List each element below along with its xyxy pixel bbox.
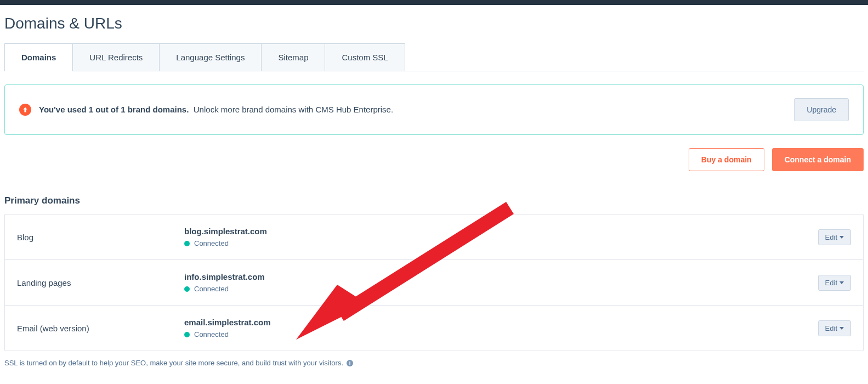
footnote-text: SSL is turned on by default to help your… xyxy=(4,359,343,367)
domain-status: Connected xyxy=(184,330,818,338)
status-text: Connected xyxy=(194,285,229,293)
notice-left: You've used 1 out of 1 brand domains. Un… xyxy=(19,104,393,116)
tab-sitemap[interactable]: Sitemap xyxy=(261,43,325,71)
edit-domain-button[interactable]: Edit xyxy=(818,275,851,291)
edit-label: Edit xyxy=(825,233,837,241)
status-dot-icon xyxy=(184,241,190,246)
tab-custom-ssl[interactable]: Custom SSL xyxy=(325,43,405,71)
domain-name: email.simplestrat.com xyxy=(184,318,818,327)
domain-status: Connected xyxy=(184,239,818,247)
edit-domain-button[interactable]: Edit xyxy=(818,320,851,336)
caret-down-icon xyxy=(839,236,844,239)
domain-row-email: Email (web version) email.simplestrat.co… xyxy=(5,306,863,351)
notice-sub-text: Unlock more brand domains with CMS Hub E… xyxy=(194,105,393,114)
buy-domain-button[interactable]: Buy a domain xyxy=(689,148,764,171)
status-dot-icon xyxy=(184,286,190,292)
primary-domains-heading: Primary domains xyxy=(4,195,864,206)
domain-type-label: Landing pages xyxy=(17,278,184,287)
domain-type-label: Blog xyxy=(17,233,184,242)
edit-domain-button[interactable]: Edit xyxy=(818,229,851,245)
status-text: Connected xyxy=(194,239,229,247)
tab-domains[interactable]: Domains xyxy=(4,43,73,71)
domain-row-blog: Blog blog.simplestrat.com Connected Edit xyxy=(5,214,863,260)
caret-down-icon xyxy=(839,327,844,330)
ssl-footnote: SSL is turned on by default to help your… xyxy=(4,359,864,367)
domain-info: info.simplestrat.com Connected xyxy=(184,272,818,293)
domain-name: info.simplestrat.com xyxy=(184,272,818,281)
domain-type-label: Email (web version) xyxy=(17,324,184,333)
edit-label: Edit xyxy=(825,324,837,332)
notice-text-wrap: You've used 1 out of 1 brand domains. Un… xyxy=(39,105,393,115)
tab-url-redirects[interactable]: URL Redirects xyxy=(72,43,160,71)
caret-down-icon xyxy=(839,281,844,284)
tab-language-settings[interactable]: Language Settings xyxy=(159,43,262,71)
tabs-bar: Domains URL Redirects Language Settings … xyxy=(4,43,864,71)
app-topbar xyxy=(0,0,868,5)
edit-label: Edit xyxy=(825,279,837,287)
notice-bold-text: You've used 1 out of 1 brand domains. xyxy=(39,105,189,114)
info-icon[interactable]: i xyxy=(347,360,353,366)
domain-status: Connected xyxy=(184,285,818,293)
domain-info: email.simplestrat.com Connected xyxy=(184,318,818,338)
domain-row-landing: Landing pages info.simplestrat.com Conne… xyxy=(5,260,863,306)
status-dot-icon xyxy=(184,332,190,337)
connect-domain-button[interactable]: Connect a domain xyxy=(772,148,864,171)
page-container: Domains & URLs Domains URL Redirects Lan… xyxy=(0,5,868,367)
domain-name: blog.simplestrat.com xyxy=(184,227,818,236)
upgrade-button[interactable]: Upgrade xyxy=(794,98,849,121)
primary-domains-list: Blog blog.simplestrat.com Connected Edit… xyxy=(4,214,864,351)
brand-domains-notice: You've used 1 out of 1 brand domains. Un… xyxy=(4,84,864,135)
status-text: Connected xyxy=(194,330,229,338)
domain-action-row: Buy a domain Connect a domain xyxy=(4,148,864,171)
domain-info: blog.simplestrat.com Connected xyxy=(184,227,818,247)
page-title: Domains & URLs xyxy=(4,15,864,32)
upgrade-arrow-icon xyxy=(19,104,31,116)
